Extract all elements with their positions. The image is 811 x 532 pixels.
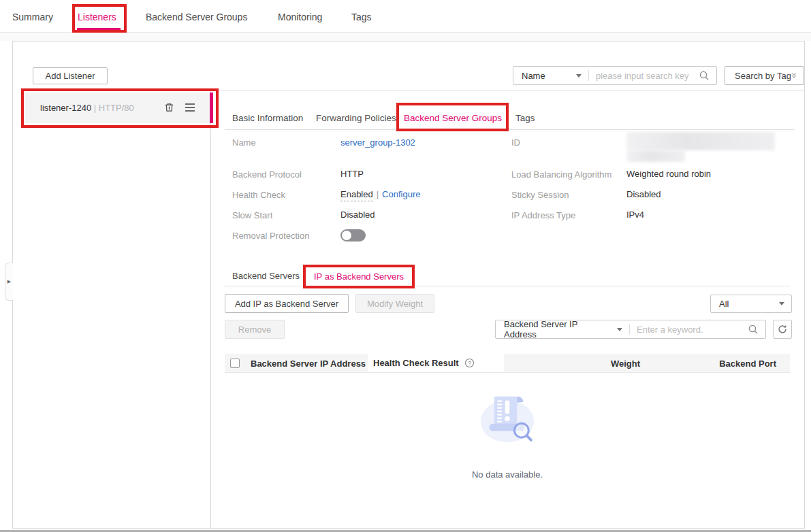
empty-state-text: No data available. [225,469,790,480]
chevron-down-icon [779,302,784,305]
elb-listeners-page: Summary Listeners Backend Server Groups … [0,0,811,532]
detail-tab-tags[interactable]: Tags [515,113,535,123]
detail-tab-backend-server-groups[interactable]: Backend Server Groups [404,113,502,123]
listener-menu-icon[interactable] [185,103,195,112]
tab-monitoring[interactable]: Monitoring [278,12,322,22]
listener-search-input[interactable] [589,71,699,81]
backend-protocol-label: Backend Protocol [232,169,302,180]
backend-keyword-input[interactable] [630,325,748,335]
listener-list-item[interactable]: listener-1240 | HTTP/80 [25,93,213,123]
server-group-name[interactable]: server_group-1302 [340,137,415,148]
listener-protocol: HTTP/80 [99,103,134,113]
column-header-health: Health Check Result [373,358,459,368]
tab-backend-server-groups[interactable]: Backend Server Groups [146,12,247,22]
refresh-button[interactable] [773,320,792,339]
server-group-name-link[interactable]: server_group-1302 [340,137,415,148]
column-header-health-cell: Health Check Result ? [368,354,504,372]
delete-listener-icon[interactable] [164,102,174,113]
id-value-redacted-2 [626,150,685,162]
search-by-tag-label: Search by Tag [735,71,791,81]
subtab-backend-servers[interactable]: Backend Servers [232,271,300,281]
column-header-ip: Backend Server IP Address [251,359,366,369]
page-tabbar: Summary Listeners Backend Server Groups … [0,0,811,33]
select-all-checkbox[interactable] [230,359,240,368]
name-label: Name [232,137,256,148]
lb-algorithm-value: Weighted round robin [626,169,711,179]
search-icon[interactable] [748,324,759,335]
search-icon[interactable] [699,70,710,81]
search-by-tag-button[interactable]: Search by Tag [725,66,804,85]
subtab-ip-as-backend-servers[interactable]: IP as Backend Servers [304,266,413,286]
detail-tab-forwarding-policies[interactable]: Forwarding Policies [316,113,396,123]
slow-start-value: Disabled [340,210,375,220]
tab-summary[interactable]: Summary [12,12,53,22]
removal-protection-toggle[interactable] [340,229,366,242]
health-check-label: Health Check [232,190,285,200]
listener-selected-bar [210,93,213,123]
health-check-configure-link[interactable]: Configure [382,189,420,199]
sticky-session-value: Disabled [626,189,661,199]
health-check-status: Enabled [340,189,373,201]
ip-address-type-value: IPv4 [626,210,644,220]
search-category-select[interactable]: Name [513,67,588,84]
id-label: ID [511,137,520,148]
id-value-redacted [626,132,775,150]
panel-expander[interactable]: ▶ [5,263,13,301]
health-check-pipe: | [377,189,379,199]
sticky-session-label: Sticky Session [511,190,569,200]
detail-tab-basic-information[interactable]: Basic Information [232,113,303,123]
column-header-weight: Weight [611,359,640,369]
removal-protection-label: Removal Protection [232,231,309,241]
table-header: Backend Server IP Address Health Check R… [225,354,790,373]
backend-search-category-value: Backend Server IP Address [504,319,610,339]
backend-search-box: Backend Server IP Address [495,320,766,339]
column-header-backend-port: Backend Port [719,359,776,369]
ip-address-type-label: IP Address Type [511,210,575,220]
double-chevron-down-icon [791,71,797,80]
tab-listeners-underline [77,28,121,30]
chevron-down-icon [617,328,622,331]
listener-search-box: Name [513,66,717,85]
filter-all-select[interactable]: All [710,295,792,313]
expander-arrow-icon: ▶ [7,279,11,284]
tab-listeners[interactable]: Listeners [78,12,116,22]
refresh-icon [777,324,788,335]
listener-name: listener-1240 [40,103,91,113]
panel-divider [210,90,211,529]
backend-search-category-select[interactable]: Backend Server IP Address [496,320,629,338]
add-listener-button[interactable]: Add Listener [33,67,108,84]
search-category-value: Name [522,71,545,81]
empty-state-illustration [473,382,541,456]
add-ip-backend-button[interactable]: Add IP as Backend Server [225,294,349,313]
backend-protocol-value: HTTP [340,169,364,179]
listener-label: listener-1240 | HTTP/80 [40,103,134,113]
chevron-down-icon [576,74,582,78]
modify-weight-button[interactable]: Modify Weight [355,294,434,313]
listener-separator: | [91,103,99,113]
help-icon[interactable]: ? [464,358,475,368]
lb-algorithm-label: Load Balancing Algorithm [511,169,611,180]
toggle-knob [342,231,351,240]
filter-all-value: All [719,299,729,309]
tab-tags[interactable]: Tags [351,12,372,22]
remove-button[interactable]: Remove [225,320,285,339]
detail-top-border [210,90,805,91]
slow-start-label: Slow Start [232,210,272,220]
spacer-band [0,33,811,41]
detail-tabline [225,129,794,130]
svg-text:?: ? [468,360,471,367]
health-check-value-row: Enabled|Configure [340,189,420,199]
